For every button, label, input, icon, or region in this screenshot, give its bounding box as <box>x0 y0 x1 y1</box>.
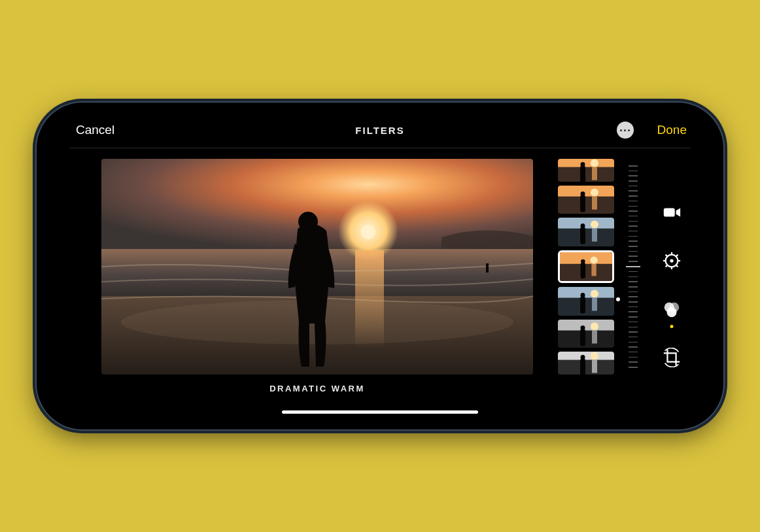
svg-rect-12 <box>592 167 597 180</box>
filter-thumb-mono[interactable] <box>558 320 614 348</box>
video-tool[interactable] <box>661 203 683 225</box>
preview-image <box>101 159 533 374</box>
editor-body: DRAMATIC WARM <box>46 148 714 420</box>
svg-line-57 <box>666 255 668 257</box>
filter-thumb-dramatic-warm[interactable] <box>558 250 614 284</box>
svg-point-29 <box>591 256 598 263</box>
screen: Cancel FILTERS Done <box>46 112 714 420</box>
svg-point-61 <box>670 259 673 262</box>
svg-rect-15 <box>558 186 614 198</box>
more-options-button[interactable] <box>617 122 634 139</box>
filter-intensity-slider[interactable] <box>620 159 646 374</box>
filter-thumbnail-strip[interactable] <box>556 159 616 374</box>
filter-thumb-vivid[interactable] <box>558 159 614 182</box>
screen-title: FILTERS <box>355 125 404 136</box>
cancel-button[interactable]: Cancel <box>76 123 114 137</box>
svg-rect-24 <box>592 229 597 242</box>
svg-rect-32 <box>581 262 585 278</box>
svg-point-11 <box>591 159 598 167</box>
filters-tool[interactable] <box>661 299 683 322</box>
filter-thumb-vivid-warm[interactable] <box>558 186 614 214</box>
current-filter-label: DRAMATIC WARM <box>269 384 365 393</box>
svg-rect-30 <box>591 263 596 276</box>
preview-area: DRAMATIC WARM <box>82 159 552 414</box>
svg-rect-50 <box>580 358 585 374</box>
svg-rect-16 <box>558 197 614 214</box>
editor-topbar: Cancel FILTERS Done <box>46 112 714 148</box>
filter-thumb-silvertone[interactable] <box>558 352 614 374</box>
svg-rect-51 <box>664 208 675 216</box>
svg-line-59 <box>676 255 678 257</box>
done-button[interactable]: Done <box>657 123 687 137</box>
svg-rect-27 <box>560 252 612 265</box>
crop-tool[interactable] <box>661 348 683 370</box>
svg-rect-10 <box>558 167 614 182</box>
svg-rect-45 <box>558 352 614 361</box>
video-icon <box>662 203 682 225</box>
home-indicator[interactable] <box>282 410 478 414</box>
svg-rect-14 <box>580 166 585 182</box>
ellipsis-icon <box>620 129 630 131</box>
svg-rect-22 <box>558 229 614 246</box>
slider-knob-indicator <box>616 297 620 301</box>
svg-point-41 <box>591 322 598 330</box>
svg-point-47 <box>591 352 598 359</box>
edit-mode-toolbar <box>649 159 695 414</box>
svg-rect-38 <box>580 297 585 314</box>
svg-rect-9 <box>558 159 614 169</box>
svg-rect-34 <box>558 298 614 316</box>
photo-preview[interactable] <box>101 159 533 374</box>
svg-rect-18 <box>592 197 597 210</box>
phone-frame: Cancel FILTERS Done <box>37 103 723 429</box>
svg-rect-48 <box>592 359 597 373</box>
svg-point-23 <box>591 221 598 229</box>
svg-rect-28 <box>560 263 612 281</box>
svg-rect-8 <box>486 263 489 273</box>
svg-rect-46 <box>558 359 614 374</box>
filter-thumb-vivid-cool[interactable] <box>558 218 614 246</box>
svg-point-64 <box>667 307 677 317</box>
svg-rect-33 <box>558 287 614 299</box>
crop-icon <box>662 348 682 370</box>
svg-line-60 <box>666 265 668 267</box>
svg-rect-40 <box>558 330 614 348</box>
svg-rect-21 <box>558 218 614 230</box>
adjust-tool[interactable] <box>661 251 683 273</box>
svg-rect-42 <box>592 330 597 343</box>
filters-icon <box>662 299 682 322</box>
svg-line-58 <box>676 265 678 267</box>
filter-thumb-dramatic-cool[interactable] <box>558 287 614 315</box>
svg-point-4 <box>361 225 375 239</box>
svg-rect-36 <box>592 298 597 311</box>
svg-rect-20 <box>580 195 585 212</box>
svg-point-35 <box>591 290 598 298</box>
svg-rect-44 <box>580 329 585 346</box>
svg-rect-39 <box>558 320 614 332</box>
svg-rect-26 <box>580 227 585 244</box>
svg-point-17 <box>591 189 598 197</box>
adjust-icon <box>662 251 682 273</box>
